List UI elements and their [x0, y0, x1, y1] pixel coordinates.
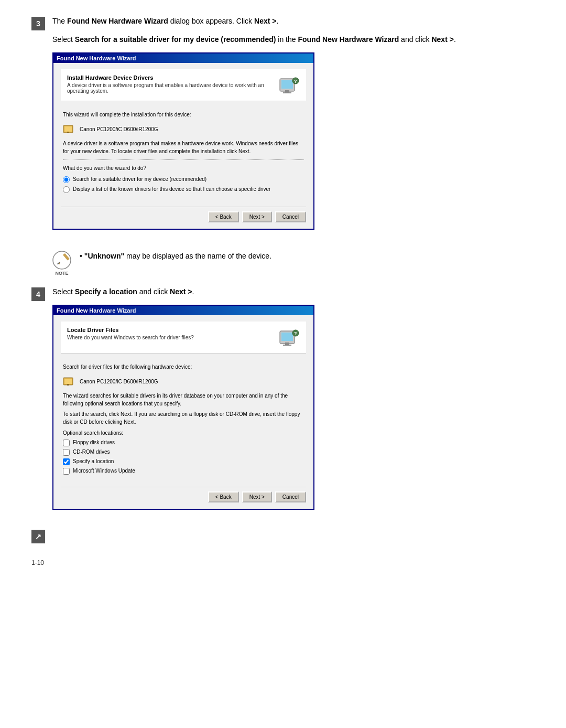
svg-text:?: ? [294, 79, 297, 84]
wizard-2-header: Locate Driver Files Where do you want Wi… [61, 322, 306, 354]
svg-point-9 [53, 251, 71, 269]
note-text: • "Unknown" may be displayed as the name… [80, 251, 271, 262]
radio-item-1[interactable]: Search for a suitable driver for my devi… [63, 175, 304, 183]
wizard-2-body: Locate Driver Files Where do you want Wi… [53, 315, 313, 509]
radio-1-label: Search for a suitable driver for my devi… [73, 175, 206, 183]
wizard-2-device-name: Canon PC1200/iC D600/iR1200G [80, 378, 158, 386]
wizard-1-desc: A device driver is a software program th… [67, 82, 274, 94]
wizard-1-titlebar: Found New Hardware Wizard [53, 53, 313, 63]
wizard-2-next-button[interactable]: Next > [242, 491, 272, 502]
radio-recommended[interactable] [63, 176, 70, 183]
wizard-2-para2: To start the search, click Next. If you … [63, 410, 304, 426]
step-3-content: The Found New Hardware Wizard dialog box… [52, 16, 535, 240]
wizard-2-para1: The wizard searches for suitable drivers… [63, 392, 304, 408]
radio-display-list[interactable] [63, 186, 70, 193]
wizard-1-title: Install Hardware Device Drivers [67, 74, 274, 81]
svg-rect-21 [67, 384, 69, 386]
wizard-1-icon: ? [279, 74, 300, 95]
wizard-1-para: A device driver is a software program th… [63, 140, 304, 155]
page-arrow-icon: ↗ [31, 530, 45, 543]
wizard-1-device-name: Canon PC1200/iC D600/iR1200G [80, 125, 158, 133]
checkbox-1-label: Floppy disk drives [73, 438, 115, 446]
note-container: NOTE • "Unknown" may be displayed as the… [52, 251, 535, 276]
checkbox-specify-location[interactable] [63, 458, 70, 465]
wizard-1-header: Install Hardware Device Drivers A device… [61, 69, 306, 101]
wizard-1-content: This wizard will complete the installati… [61, 106, 306, 200]
checkbox-item-4[interactable]: Microsoft Windows Update [63, 467, 304, 475]
checkbox-item-3[interactable]: Specify a location [63, 457, 304, 465]
wizard-2-line1: Search for driver files for the followin… [63, 363, 304, 371]
step-3-container: 3 The Found New Hardware Wizard dialog b… [31, 16, 535, 240]
step-3-main-text: The Found New Hardware Wizard dialog box… [52, 16, 535, 27]
svg-rect-2 [285, 90, 289, 92]
wizard-2-icon: ? [279, 327, 300, 348]
wizard-1-device-row: Canon PC1200/iC D600/iR1200G [63, 123, 304, 135]
step-4-container: 4 Select Specify a location and click Ne… [31, 286, 535, 520]
step-3-number: 3 [31, 17, 45, 30]
checkbox-item-1[interactable]: Floppy disk drives [63, 438, 304, 446]
svg-rect-14 [281, 333, 293, 341]
svg-rect-1 [281, 80, 293, 89]
wizard-2-buttons: < Back Next > Cancel [61, 487, 306, 502]
wizard-1-back-button[interactable]: < Back [208, 211, 239, 222]
svg-rect-16 [283, 345, 291, 346]
wizard-1-cancel-button[interactable]: Cancel [275, 211, 306, 222]
wizard-1-next-button[interactable]: Next > [242, 211, 272, 222]
svg-rect-20 [64, 379, 72, 384]
svg-rect-15 [285, 342, 289, 345]
wizard-2-header-text: Locate Driver Files Where do you want Wi… [67, 327, 274, 340]
checkbox-2-label: CD-ROM drives [73, 448, 110, 456]
wizard-1-header-text: Install Hardware Device Drivers A device… [67, 74, 274, 94]
svg-rect-8 [67, 132, 69, 133]
checkbox-item-2[interactable]: CD-ROM drives [63, 448, 304, 456]
svg-text:?: ? [294, 331, 297, 336]
wizard-1-radio-group: Search for a suitable driver for my devi… [63, 175, 304, 193]
wizard-dialog-1: Found New Hardware Wizard Install Hardwa… [52, 52, 314, 230]
svg-rect-3 [283, 92, 291, 93]
note-pencil-icon [52, 251, 71, 270]
device-icon-2 [63, 375, 75, 388]
wizard-1-line1: This wizard will complete the installati… [63, 111, 304, 119]
wizard-2-content: Search for driver files for the followin… [61, 359, 306, 480]
wizard-dialog-2: Found New Hardware Wizard Locate Driver … [52, 305, 314, 510]
step-4-content: Select Specify a location and click Next… [52, 286, 535, 520]
checkbox-4-label: Microsoft Windows Update [73, 467, 135, 475]
wizard-1-buttons: < Back Next > Cancel [61, 207, 306, 222]
wizard-2-device-row: Canon PC1200/iC D600/iR1200G [63, 375, 304, 388]
wizard-2-desc: Where do you want Windows to search for … [67, 335, 274, 340]
checkbox-floppy[interactable] [63, 440, 70, 446]
step-3-sub-text: Select Search for a suitable driver for … [52, 34, 535, 45]
checkbox-3-label: Specify a location [73, 457, 114, 465]
radio-item-2[interactable]: Display a list of the known drivers for … [63, 185, 304, 193]
wizard-2-back-button[interactable]: < Back [208, 491, 239, 502]
note-icon-area: NOTE [52, 251, 71, 276]
wizard-2-cancel-button[interactable]: Cancel [275, 491, 306, 502]
wizard-1-body: Install Hardware Device Drivers A device… [53, 63, 313, 229]
checkbox-cdrom[interactable] [63, 449, 70, 456]
wizard-2-optional-label: Optional search locations: [63, 429, 304, 437]
wizard-2-title: Locate Driver Files [67, 327, 274, 333]
radio-2-label: Display a list of the known drivers for … [73, 185, 270, 193]
device-icon-1 [63, 123, 75, 135]
step-4-number: 4 [31, 287, 45, 301]
wizard-1-question: What do you want the wizard to do? [63, 164, 304, 172]
step-4-main-text: Select Specify a location and click Next… [52, 286, 535, 297]
wizard-2-titlebar: Found New Hardware Wizard [53, 306, 313, 315]
svg-rect-7 [64, 126, 72, 132]
note-label: NOTE [55, 271, 68, 276]
page-number: 1-10 [31, 559, 535, 566]
checkbox-windows-update[interactable] [63, 468, 70, 475]
